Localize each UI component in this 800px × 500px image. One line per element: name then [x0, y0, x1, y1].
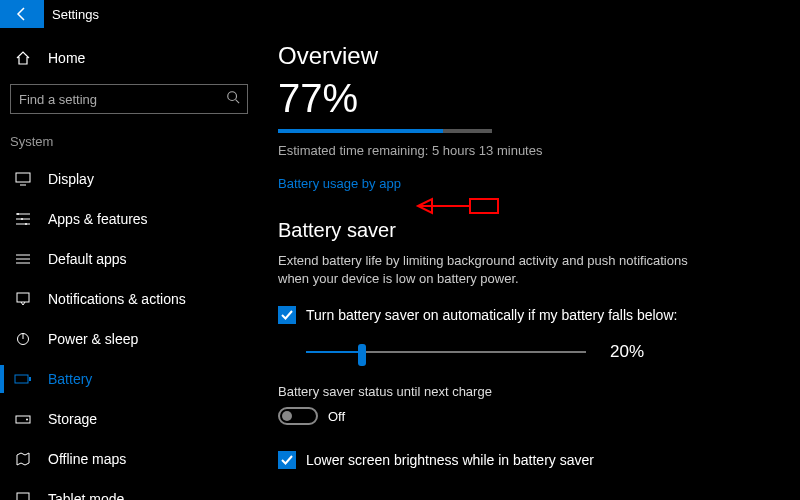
- battery-percent: 77%: [278, 76, 780, 121]
- battery-icon: [14, 373, 32, 385]
- battery-saver-heading: Battery saver: [278, 219, 780, 242]
- battery-usage-link[interactable]: Battery usage by app: [278, 176, 401, 191]
- saver-status-label: Battery saver status until next charge: [278, 384, 780, 399]
- svg-point-0: [228, 92, 237, 101]
- battery-bar: [278, 129, 492, 133]
- nav-item-power[interactable]: Power & sleep: [0, 319, 258, 359]
- check-icon: [280, 453, 294, 467]
- default-apps-icon: [14, 252, 32, 266]
- svg-point-8: [21, 218, 23, 220]
- maps-icon: [14, 452, 32, 466]
- nav-item-notifications[interactable]: Notifications & actions: [0, 279, 258, 319]
- threshold-slider[interactable]: [306, 351, 586, 353]
- battery-bar-fill: [278, 129, 443, 133]
- main-content: Overview 77% Estimated time remaining: 5…: [258, 28, 800, 500]
- threshold-value: 20%: [610, 342, 644, 362]
- nav-list: Display Apps & features Default apps Not…: [0, 159, 258, 500]
- lower-brightness-checkbox[interactable]: [278, 451, 296, 469]
- apps-icon: [14, 212, 32, 226]
- search-icon: [226, 90, 240, 107]
- nav-item-display[interactable]: Display: [0, 159, 258, 199]
- nav-item-tablet-mode[interactable]: Tablet mode: [0, 479, 258, 500]
- svg-line-1: [236, 100, 240, 104]
- tablet-icon: [14, 492, 32, 500]
- nav-item-battery[interactable]: Battery: [0, 359, 258, 399]
- time-remaining: Estimated time remaining: 5 hours 13 min…: [278, 143, 780, 158]
- svg-rect-17: [29, 377, 31, 381]
- svg-rect-20: [17, 493, 29, 500]
- saver-status-toggle[interactable]: [278, 407, 318, 425]
- overview-heading: Overview: [278, 42, 780, 70]
- home-icon: [14, 50, 32, 66]
- battery-saver-description: Extend battery life by limiting backgrou…: [278, 252, 698, 288]
- window-title: Settings: [44, 7, 99, 22]
- search-input[interactable]: [10, 84, 248, 114]
- svg-rect-16: [15, 375, 28, 383]
- svg-rect-2: [16, 173, 30, 182]
- nav-item-apps[interactable]: Apps & features: [0, 199, 258, 239]
- storage-icon: [14, 413, 32, 425]
- svg-point-19: [26, 419, 28, 421]
- arrow-left-icon: [14, 6, 30, 22]
- check-icon: [280, 308, 294, 322]
- display-icon: [14, 172, 32, 186]
- nav-home[interactable]: Home: [0, 40, 258, 84]
- nav-item-offline-maps[interactable]: Offline maps: [0, 439, 258, 479]
- nav-item-default-apps[interactable]: Default apps: [0, 239, 258, 279]
- auto-on-label: Turn battery saver on automatically if m…: [306, 307, 677, 323]
- sidebar: Home System Display Apps & features Defa…: [0, 28, 258, 500]
- svg-point-7: [17, 213, 19, 215]
- lower-brightness-label: Lower screen brightness while in battery…: [306, 452, 594, 468]
- svg-point-9: [25, 223, 27, 225]
- back-button[interactable]: [0, 0, 44, 28]
- auto-on-checkbox[interactable]: [278, 306, 296, 324]
- slider-thumb[interactable]: [358, 344, 366, 366]
- nav-home-label: Home: [48, 50, 85, 66]
- notifications-icon: [14, 292, 32, 306]
- svg-rect-13: [17, 293, 29, 302]
- saver-status-value: Off: [328, 409, 345, 424]
- section-label: System: [0, 132, 258, 159]
- nav-item-storage[interactable]: Storage: [0, 399, 258, 439]
- power-icon: [14, 331, 32, 347]
